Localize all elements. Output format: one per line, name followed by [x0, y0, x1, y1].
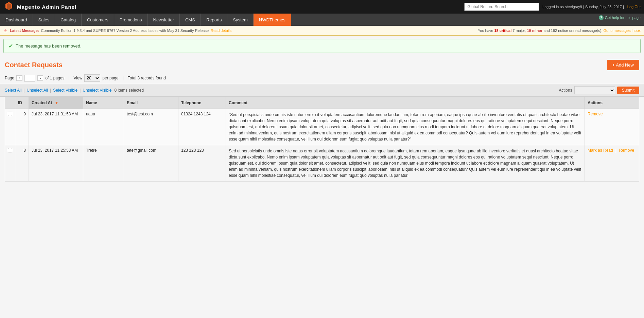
magento-logo-icon: [3, 1, 14, 12]
created-at-column-header[interactable]: Created At ▼: [29, 97, 83, 109]
total-records: Total 3 records found: [128, 76, 166, 80]
table-row: 9 Jul 23, 2017 11:31:53 AM uaua test@tes…: [5, 109, 639, 145]
row-actions: Remove: [585, 109, 639, 145]
nav-promotions[interactable]: Promotions: [114, 14, 148, 26]
nav-reports[interactable]: Reports: [201, 14, 228, 26]
submit-button[interactable]: Submit: [617, 87, 639, 94]
logo-area: Magento Admin Panel: [3, 1, 76, 12]
user-info: Logged in as steelgray9 | Sunday, July 2…: [542, 5, 624, 9]
row-name: Tretre: [83, 145, 124, 182]
read-details-link[interactable]: Read details: [211, 29, 231, 33]
success-text: The message has been removed.: [16, 43, 82, 49]
row-telephone: 01324 1243 124: [178, 109, 226, 145]
success-icon: ✔: [8, 43, 13, 49]
warning-icon: ⚠: [3, 28, 8, 33]
row-comment: Sed ut perspiciatis unde omnis iste natu…: [226, 145, 585, 182]
nav-sales[interactable]: Sales: [33, 14, 55, 26]
row-id: 8: [15, 145, 29, 182]
actions-label: Actions: [559, 88, 572, 93]
nav-system[interactable]: System: [227, 14, 253, 26]
row-comment: "Sed ut perspiciatis unde omnis iste nat…: [226, 109, 585, 145]
nav-nwdthemes[interactable]: NWDThemes: [254, 14, 291, 26]
actions-dropdown[interactable]: [574, 86, 615, 94]
nav-customers[interactable]: Customers: [82, 14, 114, 26]
messages-inbox-link[interactable]: Go to messages inbox: [604, 29, 641, 33]
row-checkbox-cell: [5, 109, 15, 145]
data-table: ID Created At ▼ Name Email Telephone Com…: [5, 97, 639, 182]
select-all-link[interactable]: Select All: [5, 88, 21, 93]
comment-column-header[interactable]: Comment: [226, 97, 585, 109]
latest-message-text: Community Edition 1.9.3.4 and SUPEE-9767…: [41, 29, 209, 33]
unselect-visible-link[interactable]: Unselect Visible: [83, 88, 111, 93]
mark-as-read-action-link[interactable]: Mark as Read: [588, 148, 613, 153]
latest-message-label: Latest Message:: [10, 29, 39, 33]
per-page-label: per page: [102, 76, 118, 80]
select-visible-link[interactable]: Select Visible: [53, 88, 77, 93]
row-telephone: 123 123 123: [178, 145, 226, 182]
email-column-header[interactable]: Email: [124, 97, 178, 109]
checkbox-header: [5, 97, 15, 109]
row-id: 9: [15, 109, 29, 145]
unselect-all-link[interactable]: Unselect All: [27, 88, 48, 93]
view-label: View: [74, 76, 83, 80]
nav-dashboard[interactable]: Dashboard: [0, 14, 33, 26]
nav-cms[interactable]: CMS: [180, 14, 201, 26]
row-name: uaua: [83, 109, 124, 145]
row-created-at: Jul 23, 2017 11:25:53 AM: [29, 145, 83, 182]
next-page-button[interactable]: ›: [37, 75, 43, 81]
message-bar: ⚠ Latest Message: Community Edition 1.9.…: [0, 26, 644, 36]
row-email: test@test.com: [124, 109, 178, 145]
page-number-input[interactable]: 1: [24, 75, 35, 82]
help-link[interactable]: ? Get help for this page: [599, 15, 641, 20]
table-row: 8 Jul 23, 2017 11:25:53 AM Tretre tete@g…: [5, 145, 639, 182]
remove-action-link[interactable]: Remove: [619, 148, 634, 153]
add-new-button[interactable]: + Add New: [607, 60, 639, 70]
row-email: tete@gmail.com: [124, 145, 178, 182]
app-title: Magento Admin Panel: [17, 4, 76, 10]
remove-action-link[interactable]: Remove: [588, 112, 603, 116]
page-label: Page: [5, 76, 14, 80]
telephone-column-header[interactable]: Telephone: [178, 97, 226, 109]
message-count: You have 18 critical 7 major, 19 minor a…: [478, 29, 641, 33]
name-column-header[interactable]: Name: [83, 97, 124, 109]
success-message: ✔ The message has been removed.: [3, 39, 641, 53]
minor-count: 19 minor: [527, 29, 543, 33]
row-checkbox-cell: [5, 145, 15, 182]
nav-catalog[interactable]: Catalog: [55, 14, 82, 26]
svg-marker-1: [7, 3, 11, 10]
row-actions: Mark as Read | Remove: [585, 145, 639, 182]
pagination-bar: Page ‹ 1 › of 1 pages | View 20 50 100 p…: [0, 72, 644, 84]
global-search-input[interactable]: [464, 3, 539, 11]
items-selected-count: 0 items selected: [114, 88, 144, 93]
main-nav: Dashboard Sales Catalog Customers Promot…: [0, 14, 644, 26]
action-separator: |: [615, 148, 616, 153]
row-select-checkbox[interactable]: [8, 112, 12, 116]
id-column-header[interactable]: ID: [15, 97, 29, 109]
help-icon: ?: [599, 15, 604, 20]
prev-page-button[interactable]: ‹: [16, 75, 22, 81]
per-page-select[interactable]: 20 50 100: [84, 74, 100, 82]
nav-newsletter[interactable]: Newsletter: [148, 14, 180, 26]
of-pages: of 1 pages: [45, 76, 64, 80]
logout-link[interactable]: Log Out: [627, 5, 641, 9]
actions-column-header: Actions: [585, 97, 639, 109]
row-created-at: Jul 23, 2017 11:31:53 AM: [29, 109, 83, 145]
grid-toolbar: Select All | Unselect All | Select Visib…: [0, 84, 644, 97]
critical-count: 18 critical: [494, 29, 511, 33]
row-select-checkbox[interactable]: [8, 148, 12, 152]
page-title: Contact Requests: [5, 61, 63, 69]
